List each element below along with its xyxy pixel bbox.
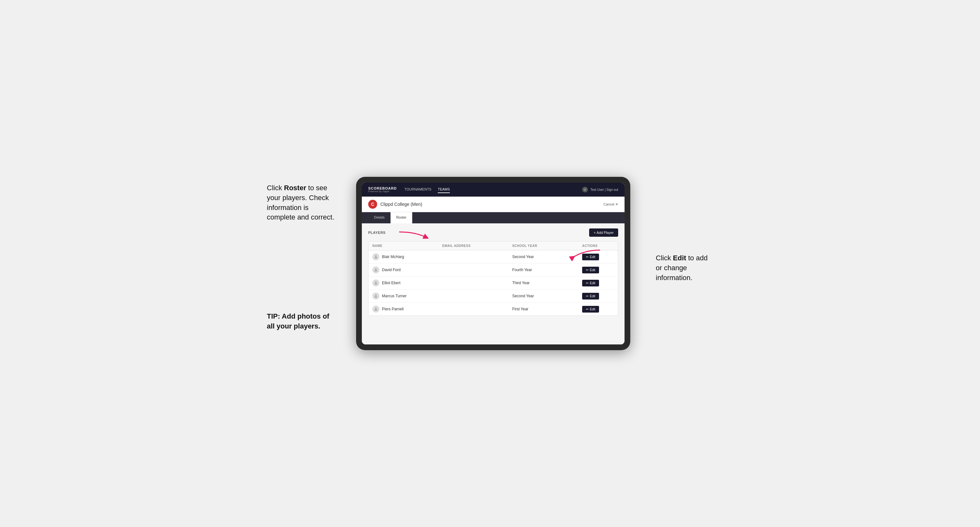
avatar bbox=[372, 253, 379, 260]
col-email: EMAIL ADDRESS bbox=[442, 244, 512, 248]
player-school-year: Third Year bbox=[512, 281, 582, 285]
team-logo: C bbox=[368, 200, 377, 209]
col-name: NAME bbox=[372, 244, 442, 248]
cancel-button[interactable]: Cancel ✕ bbox=[603, 202, 618, 206]
svg-point-3 bbox=[375, 268, 377, 270]
player-name-cell: Blair McHarg bbox=[372, 253, 442, 260]
edit-button-3[interactable]: ✏ Edit bbox=[582, 293, 599, 300]
team-header: C Clippd College (Men) Cancel ✕ bbox=[362, 197, 625, 212]
tab-bar: Details Roster bbox=[362, 212, 625, 223]
avatar bbox=[372, 306, 379, 313]
actions-cell: ✏ Edit bbox=[582, 293, 614, 300]
player-name-cell: Piers Parnell bbox=[372, 306, 442, 313]
player-name: Marcus Turner bbox=[382, 294, 406, 298]
logo-area: SCOREBOARD Powered by clippd bbox=[368, 187, 396, 192]
person-icon bbox=[374, 281, 378, 285]
edit-label: Edit bbox=[590, 281, 595, 285]
players-label: PLAYERS bbox=[368, 231, 385, 235]
player-name-cell: David Ford bbox=[372, 267, 442, 273]
roster-arrow bbox=[399, 224, 428, 240]
table-row: David Ford Fourth Year ✏ Edit bbox=[369, 264, 618, 276]
player-school-year: First Year bbox=[512, 307, 582, 311]
left-annotation: Click Roster to see your players. Check … bbox=[267, 177, 337, 331]
nav-teams[interactable]: TEAMS bbox=[438, 186, 450, 193]
person-icon bbox=[374, 268, 378, 272]
tab-roster[interactable]: Roster bbox=[391, 212, 412, 223]
player-school-year: Fourth Year bbox=[512, 268, 582, 272]
edit-button-4[interactable]: ✏ Edit bbox=[582, 306, 599, 313]
avatar bbox=[372, 292, 379, 300]
nav-links: TOURNAMENTS TEAMS bbox=[404, 186, 582, 193]
main-content: PLAYERS + Add Player NAME EMAIL ADDRESS … bbox=[362, 223, 625, 344]
player-name: David Ford bbox=[382, 268, 401, 272]
svg-point-2 bbox=[375, 255, 377, 257]
logo-text: SCOREBOARD bbox=[368, 187, 396, 190]
user-area: U Test User | Sign out bbox=[582, 187, 618, 192]
svg-point-5 bbox=[375, 294, 377, 296]
table-row: Elliot Ebert Third Year ✏ Edit bbox=[369, 276, 618, 290]
actions-cell: ✏ Edit bbox=[582, 280, 614, 286]
right-text: Click Edit to add or change information. bbox=[656, 254, 708, 282]
app-navbar: SCOREBOARD Powered by clippd TOURNAMENTS… bbox=[362, 183, 625, 197]
avatar bbox=[372, 267, 379, 273]
player-name-cell: Marcus Turner bbox=[372, 292, 442, 300]
edit-button-2[interactable]: ✏ Edit bbox=[582, 280, 599, 286]
team-name: Clippd College (Men) bbox=[380, 202, 603, 207]
person-icon bbox=[374, 255, 378, 259]
add-player-label: + Add Player bbox=[593, 231, 614, 235]
edit-arrow bbox=[568, 242, 600, 261]
svg-point-6 bbox=[375, 308, 377, 309]
table-row: Piers Parnell First Year ✏ Edit bbox=[369, 303, 618, 316]
person-icon bbox=[374, 307, 378, 311]
tip-text: TIP: Add photos of all your players. bbox=[267, 312, 337, 331]
logo-sub: Powered by clippd bbox=[368, 190, 396, 192]
avatar bbox=[372, 279, 379, 286]
nav-tournaments[interactable]: TOURNAMENTS bbox=[404, 186, 431, 193]
player-name: Blair McHarg bbox=[382, 255, 404, 259]
person-icon bbox=[374, 294, 378, 298]
player-name-cell: Elliot Ebert bbox=[372, 279, 442, 286]
device-wrapper: SCOREBOARD Powered by clippd TOURNAMENTS… bbox=[337, 177, 649, 350]
edit-label: Edit bbox=[590, 268, 595, 272]
edit-label: Edit bbox=[590, 294, 595, 298]
add-player-button[interactable]: + Add Player bbox=[589, 229, 618, 237]
player-name: Piers Parnell bbox=[382, 307, 404, 311]
edit-label: Edit bbox=[590, 308, 595, 311]
player-school-year: Second Year bbox=[512, 294, 582, 298]
tablet-frame: SCOREBOARD Powered by clippd TOURNAMENTS… bbox=[356, 177, 630, 350]
tab-details[interactable]: Details bbox=[368, 212, 391, 223]
tablet-screen: SCOREBOARD Powered by clippd TOURNAMENTS… bbox=[362, 183, 625, 344]
table-row: Marcus Turner Second Year ✏ Edit bbox=[369, 290, 618, 303]
right-annotation: Click Edit to add or change information. bbox=[649, 177, 713, 283]
player-name: Elliot Ebert bbox=[382, 281, 401, 285]
actions-cell: ✏ Edit bbox=[582, 306, 614, 313]
svg-point-4 bbox=[375, 281, 377, 283]
user-label: Test User | Sign out bbox=[590, 188, 618, 192]
actions-cell: ✏ Edit bbox=[582, 267, 614, 273]
edit-button-1[interactable]: ✏ Edit bbox=[582, 267, 599, 273]
left-text: Click Roster to see your players. Check … bbox=[267, 184, 334, 221]
user-icon: U bbox=[582, 187, 588, 192]
